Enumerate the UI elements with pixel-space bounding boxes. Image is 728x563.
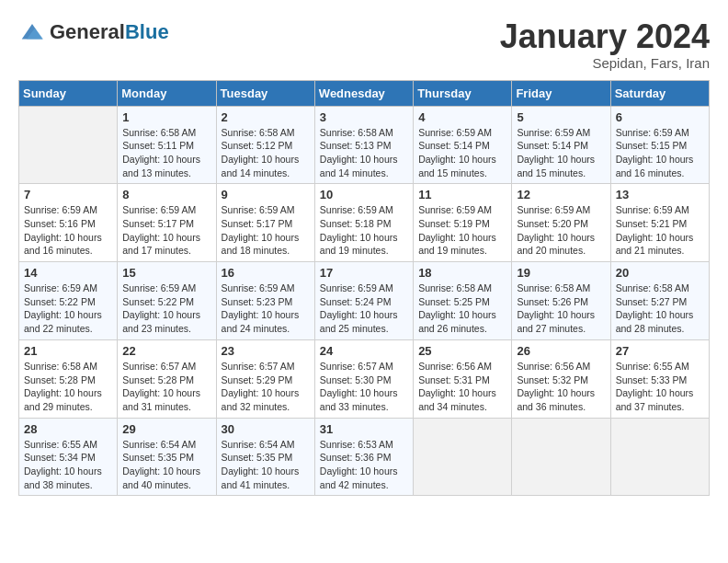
day-number: 21 xyxy=(24,344,112,358)
day-detail: Sunrise: 6:57 AMSunset: 5:28 PMDaylight:… xyxy=(122,360,210,414)
day-detail: Sunrise: 6:57 AMSunset: 5:29 PMDaylight:… xyxy=(222,360,310,414)
calendar-week-row: 14Sunrise: 6:59 AMSunset: 5:22 PMDayligh… xyxy=(19,262,710,340)
day-detail: Sunrise: 6:59 AMSunset: 5:14 PMDaylight:… xyxy=(418,126,506,180)
day-detail: Sunrise: 6:59 AMSunset: 5:15 PMDaylight:… xyxy=(616,126,704,180)
day-number: 3 xyxy=(320,110,408,124)
day-number: 16 xyxy=(222,266,310,280)
calendar-cell: 29Sunrise: 6:54 AMSunset: 5:35 PMDayligh… xyxy=(118,418,216,496)
calendar-week-row: 28Sunrise: 6:55 AMSunset: 5:34 PMDayligh… xyxy=(19,418,710,496)
calendar-cell xyxy=(414,418,512,496)
calendar-week-row: 7Sunrise: 6:59 AMSunset: 5:16 PMDaylight… xyxy=(19,184,710,262)
subtitle: Sepidan, Fars, Iran xyxy=(500,55,710,71)
day-number: 24 xyxy=(320,344,408,358)
calendar-week-row: 21Sunrise: 6:58 AMSunset: 5:28 PMDayligh… xyxy=(19,339,710,418)
page-header: GeneralBlue January 2024 Sepidan, Fars, … xyxy=(18,18,710,71)
day-number: 30 xyxy=(222,422,310,436)
column-header-friday: Friday xyxy=(512,80,610,106)
calendar-cell xyxy=(610,418,709,496)
calendar-cell: 12Sunrise: 6:59 AMSunset: 5:20 PMDayligh… xyxy=(512,184,610,262)
day-detail: Sunrise: 6:58 AMSunset: 5:11 PMDaylight:… xyxy=(122,126,210,180)
calendar-cell: 2Sunrise: 6:58 AMSunset: 5:12 PMDaylight… xyxy=(216,106,314,184)
column-header-tuesday: Tuesday xyxy=(216,80,314,106)
calendar-week-row: 1Sunrise: 6:58 AMSunset: 5:11 PMDaylight… xyxy=(19,106,710,184)
column-header-thursday: Thursday xyxy=(414,80,512,106)
calendar-table: SundayMondayTuesdayWednesdayThursdayFrid… xyxy=(18,80,710,497)
day-number: 13 xyxy=(616,188,704,201)
day-detail: Sunrise: 6:54 AMSunset: 5:35 PMDaylight:… xyxy=(222,438,310,492)
calendar-cell xyxy=(512,418,610,496)
calendar-cell: 13Sunrise: 6:59 AMSunset: 5:21 PMDayligh… xyxy=(610,184,709,262)
calendar-cell: 5Sunrise: 6:59 AMSunset: 5:14 PMDaylight… xyxy=(512,106,610,184)
day-number: 7 xyxy=(24,188,112,201)
day-number: 29 xyxy=(122,422,210,436)
day-detail: Sunrise: 6:58 AMSunset: 5:27 PMDaylight:… xyxy=(616,282,704,336)
calendar-cell: 19Sunrise: 6:58 AMSunset: 5:26 PMDayligh… xyxy=(512,262,610,340)
day-detail: Sunrise: 6:55 AMSunset: 5:34 PMDaylight:… xyxy=(24,438,112,492)
day-detail: Sunrise: 6:59 AMSunset: 5:24 PMDaylight:… xyxy=(320,282,408,336)
day-detail: Sunrise: 6:59 AMSunset: 5:23 PMDaylight:… xyxy=(222,282,310,336)
day-detail: Sunrise: 6:59 AMSunset: 5:17 PMDaylight:… xyxy=(122,203,210,258)
calendar-cell: 15Sunrise: 6:59 AMSunset: 5:22 PMDayligh… xyxy=(118,262,216,340)
day-detail: Sunrise: 6:58 AMSunset: 5:12 PMDaylight:… xyxy=(222,126,310,180)
day-detail: Sunrise: 6:53 AMSunset: 5:36 PMDaylight:… xyxy=(320,438,408,492)
day-detail: Sunrise: 6:59 AMSunset: 5:18 PMDaylight:… xyxy=(320,203,408,258)
day-detail: Sunrise: 6:57 AMSunset: 5:30 PMDaylight:… xyxy=(320,360,408,414)
day-number: 9 xyxy=(222,188,310,201)
calendar-cell: 25Sunrise: 6:56 AMSunset: 5:31 PMDayligh… xyxy=(414,339,512,418)
day-number: 25 xyxy=(418,344,506,358)
day-detail: Sunrise: 6:55 AMSunset: 5:33 PMDaylight:… xyxy=(616,360,704,414)
column-header-saturday: Saturday xyxy=(610,80,709,106)
calendar-cell: 24Sunrise: 6:57 AMSunset: 5:30 PMDayligh… xyxy=(314,339,413,418)
calendar-cell: 7Sunrise: 6:59 AMSunset: 5:16 PMDaylight… xyxy=(19,184,118,262)
day-number: 22 xyxy=(122,344,210,358)
calendar-cell: 30Sunrise: 6:54 AMSunset: 5:35 PMDayligh… xyxy=(216,418,314,496)
day-number: 18 xyxy=(418,266,506,280)
calendar-cell: 21Sunrise: 6:58 AMSunset: 5:28 PMDayligh… xyxy=(19,339,118,418)
day-number: 5 xyxy=(517,110,605,124)
month-title: January 2024 xyxy=(500,18,710,55)
day-number: 12 xyxy=(517,188,605,201)
day-number: 8 xyxy=(122,188,210,201)
day-number: 15 xyxy=(122,266,210,280)
day-detail: Sunrise: 6:59 AMSunset: 5:22 PMDaylight:… xyxy=(122,282,210,336)
calendar-cell: 6Sunrise: 6:59 AMSunset: 5:15 PMDaylight… xyxy=(610,106,709,184)
calendar-cell xyxy=(19,106,118,184)
day-number: 6 xyxy=(616,110,704,124)
logo-text: GeneralBlue xyxy=(50,20,169,43)
calendar-cell: 16Sunrise: 6:59 AMSunset: 5:23 PMDayligh… xyxy=(216,262,314,340)
day-detail: Sunrise: 6:56 AMSunset: 5:31 PMDaylight:… xyxy=(418,360,506,414)
day-number: 14 xyxy=(24,266,112,280)
day-detail: Sunrise: 6:59 AMSunset: 5:20 PMDaylight:… xyxy=(517,203,605,258)
calendar-cell: 14Sunrise: 6:59 AMSunset: 5:22 PMDayligh… xyxy=(19,262,118,340)
day-detail: Sunrise: 6:58 AMSunset: 5:13 PMDaylight:… xyxy=(320,126,408,180)
calendar-cell: 1Sunrise: 6:58 AMSunset: 5:11 PMDaylight… xyxy=(118,106,216,184)
day-number: 2 xyxy=(222,110,310,124)
calendar-cell: 28Sunrise: 6:55 AMSunset: 5:34 PMDayligh… xyxy=(19,418,118,496)
day-detail: Sunrise: 6:59 AMSunset: 5:22 PMDaylight:… xyxy=(24,282,112,336)
day-detail: Sunrise: 6:58 AMSunset: 5:26 PMDaylight:… xyxy=(517,282,605,336)
column-header-sunday: Sunday xyxy=(19,80,118,106)
title-block: January 2024 Sepidan, Fars, Iran xyxy=(500,18,710,71)
calendar-cell: 10Sunrise: 6:59 AMSunset: 5:18 PMDayligh… xyxy=(314,184,413,262)
calendar-cell: 20Sunrise: 6:58 AMSunset: 5:27 PMDayligh… xyxy=(610,262,709,340)
day-detail: Sunrise: 6:54 AMSunset: 5:35 PMDaylight:… xyxy=(122,438,210,492)
day-number: 23 xyxy=(222,344,310,358)
day-detail: Sunrise: 6:58 AMSunset: 5:28 PMDaylight:… xyxy=(24,360,112,414)
calendar-cell: 11Sunrise: 6:59 AMSunset: 5:19 PMDayligh… xyxy=(414,184,512,262)
calendar-cell: 17Sunrise: 6:59 AMSunset: 5:24 PMDayligh… xyxy=(314,262,413,340)
calendar-cell: 3Sunrise: 6:58 AMSunset: 5:13 PMDaylight… xyxy=(314,106,413,184)
day-number: 20 xyxy=(616,266,704,280)
day-number: 31 xyxy=(320,422,408,436)
day-number: 1 xyxy=(122,110,210,124)
calendar-cell: 18Sunrise: 6:58 AMSunset: 5:25 PMDayligh… xyxy=(414,262,512,340)
calendar-cell: 26Sunrise: 6:56 AMSunset: 5:32 PMDayligh… xyxy=(512,339,610,418)
day-detail: Sunrise: 6:56 AMSunset: 5:32 PMDaylight:… xyxy=(517,360,605,414)
calendar-cell: 27Sunrise: 6:55 AMSunset: 5:33 PMDayligh… xyxy=(610,339,709,418)
column-header-monday: Monday xyxy=(118,80,216,106)
day-detail: Sunrise: 6:59 AMSunset: 5:16 PMDaylight:… xyxy=(24,203,112,258)
day-detail: Sunrise: 6:59 AMSunset: 5:17 PMDaylight:… xyxy=(222,203,310,258)
day-number: 26 xyxy=(517,344,605,358)
logo: GeneralBlue xyxy=(18,18,169,46)
calendar-cell: 31Sunrise: 6:53 AMSunset: 5:36 PMDayligh… xyxy=(314,418,413,496)
day-number: 19 xyxy=(517,266,605,280)
